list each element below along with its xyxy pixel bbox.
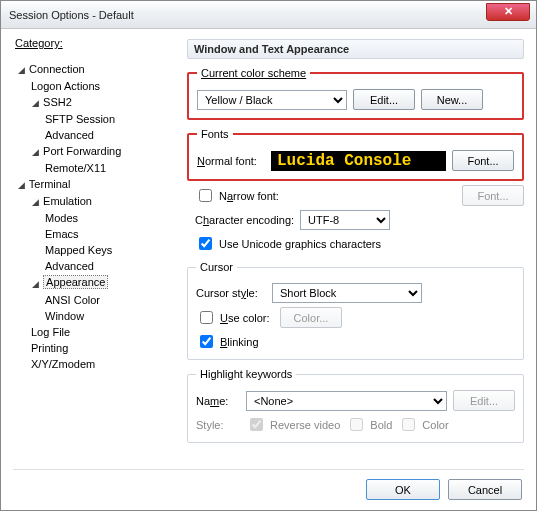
expand-icon[interactable] — [17, 177, 26, 193]
expand-icon[interactable] — [31, 194, 40, 210]
cursor-legend: Cursor — [196, 261, 237, 273]
color-label: Color — [422, 419, 448, 431]
new-scheme-button[interactable]: New... — [421, 89, 483, 110]
cursor-group: Cursor Cursor style: Short Block Use col… — [187, 261, 524, 360]
dialog-window: Session Options - Default ✕ Category: Co… — [0, 0, 537, 511]
bold-label: Bold — [370, 419, 392, 431]
normal-font-label: Normal font: — [197, 155, 265, 167]
ok-button[interactable]: OK — [366, 479, 440, 500]
encoding-select[interactable]: UTF-8 — [300, 210, 390, 230]
category-column: Connection Logon Actions SSH2 SFTP Sessi… — [13, 37, 181, 467]
tree-advanced2[interactable]: Advanced — [17, 258, 181, 274]
unicode-graphics-label: Use Unicode graphics characters — [219, 238, 381, 250]
narrow-font-button: Font... — [462, 185, 524, 206]
color-scheme-legend: Current color scheme — [197, 67, 310, 79]
titlebar: Session Options - Default ✕ — [1, 1, 536, 29]
color-checkbox — [402, 418, 415, 431]
highlight-style-label: Style: — [196, 419, 240, 431]
highlight-name-label: Name: — [196, 395, 240, 407]
highlight-legend: Highlight keywords — [196, 368, 296, 380]
cancel-button[interactable]: Cancel — [448, 479, 522, 500]
tree-connection[interactable]: Connection — [17, 61, 181, 78]
category-label: Category: — [15, 37, 63, 49]
narrow-font-label: Narrow font: — [219, 190, 279, 202]
reverse-video-label: Reverse video — [270, 419, 340, 431]
window-title: Session Options - Default — [9, 9, 134, 21]
tree-remote-x11[interactable]: Remote/X11 — [17, 160, 181, 176]
tree-terminal[interactable]: Terminal — [17, 176, 181, 193]
cursor-style-label: Cursor style: — [196, 287, 266, 299]
tree-port-forwarding[interactable]: Port Forwarding — [17, 143, 181, 160]
highlight-name-select[interactable]: <None> — [246, 391, 447, 411]
panel-header: Window and Text Appearance — [187, 39, 524, 59]
tree-modes[interactable]: Modes — [17, 210, 181, 226]
tree-logon-actions[interactable]: Logon Actions — [17, 78, 181, 94]
expand-icon[interactable] — [17, 62, 26, 78]
bold-checkbox — [350, 418, 363, 431]
color-scheme-group: Current color scheme Yellow / Black Edit… — [187, 67, 524, 120]
edit-scheme-button[interactable]: Edit... — [353, 89, 415, 110]
color-scheme-select[interactable]: Yellow / Black — [197, 90, 347, 110]
tree-ssh2[interactable]: SSH2 — [17, 94, 181, 111]
expand-icon[interactable] — [31, 95, 40, 111]
close-button[interactable]: ✕ — [486, 3, 530, 21]
tree-log-file[interactable]: Log File — [17, 324, 181, 340]
encoding-label: Character encoding: — [195, 214, 294, 226]
expand-icon[interactable] — [31, 144, 40, 160]
use-color-checkbox[interactable] — [200, 311, 213, 324]
tree-printing[interactable]: Printing — [17, 340, 181, 356]
tree-xyzmodem[interactable]: X/Y/Zmodem — [17, 356, 181, 372]
fonts-group: Fonts Normal font: Lucida Console Font..… — [187, 128, 524, 181]
tree-window[interactable]: Window — [17, 308, 181, 324]
highlight-group: Highlight keywords Name: <None> Edit... … — [187, 368, 524, 443]
dialog-footer: OK Cancel — [366, 479, 522, 500]
narrow-font-checkbox[interactable] — [199, 189, 212, 202]
reverse-video-checkbox — [250, 418, 263, 431]
unicode-graphics-checkbox[interactable] — [199, 237, 212, 250]
tree-sftp-session[interactable]: SFTP Session — [17, 111, 181, 127]
tree-emulation[interactable]: Emulation — [17, 193, 181, 210]
fonts-legend: Fonts — [197, 128, 233, 140]
tree-mapped-keys[interactable]: Mapped Keys — [17, 242, 181, 258]
highlight-edit-button: Edit... — [453, 390, 515, 411]
tree-emacs[interactable]: Emacs — [17, 226, 181, 242]
cursor-color-button: Color... — [280, 307, 342, 328]
blinking-label: Blinking — [220, 336, 259, 348]
normal-font-preview: Lucida Console — [271, 151, 446, 171]
category-tree: Connection Logon Actions SSH2 SFTP Sessi… — [13, 59, 181, 372]
close-icon: ✕ — [504, 5, 513, 17]
tree-advanced[interactable]: Advanced — [17, 127, 181, 143]
cursor-style-select[interactable]: Short Block — [272, 283, 422, 303]
tree-ansi-color[interactable]: ANSI Color — [17, 292, 181, 308]
blinking-checkbox[interactable] — [200, 335, 213, 348]
expand-icon[interactable] — [31, 276, 40, 292]
normal-font-button[interactable]: Font... — [452, 150, 514, 171]
separator — [13, 469, 524, 470]
settings-panel: Window and Text Appearance Current color… — [181, 37, 524, 467]
use-color-label: Use color: — [220, 312, 276, 324]
tree-appearance[interactable]: Appearance — [17, 274, 181, 291]
